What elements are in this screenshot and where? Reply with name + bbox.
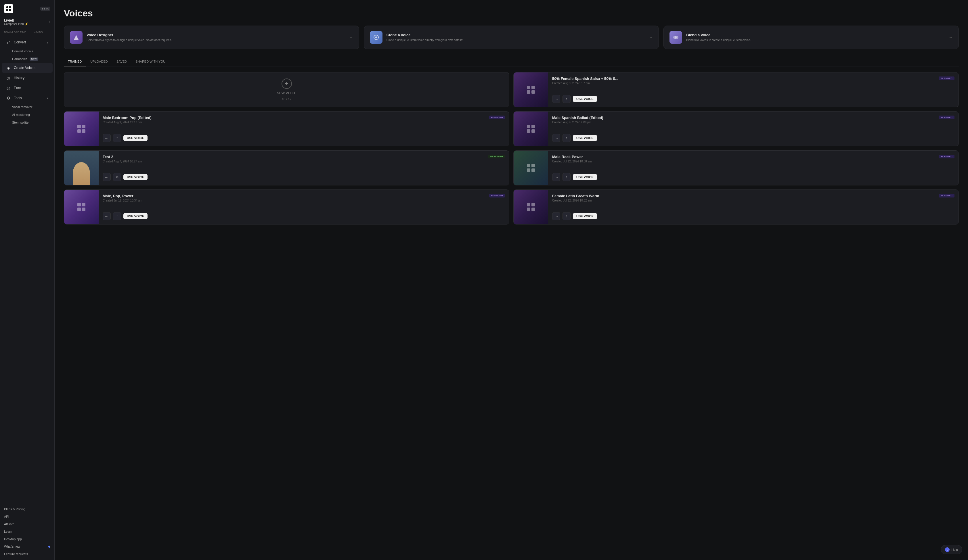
voice-thumb-placeholder-3 [514, 111, 548, 146]
sidebar-item-learn[interactable]: Learn [0, 528, 54, 535]
blend-voice-card-icon [670, 31, 682, 44]
sidebar-item-ai-mastering[interactable]: AI mastering [2, 111, 53, 118]
svg-rect-22 [532, 164, 535, 167]
new-voice-card[interactable]: + NEW VOICE 10 / 12 [64, 72, 509, 107]
voice-card-1[interactable]: 50% Female Spanish Salsa + 50% S... Crea… [513, 72, 959, 107]
sidebar-item-plans-pricing[interactable]: Plans & Pricing [0, 505, 54, 513]
voice-use-button-7[interactable]: USE VOICE [573, 213, 597, 219]
voice-dots-button-5[interactable]: ··· [552, 173, 560, 181]
voice-thumb-placeholder-7 [514, 190, 548, 224]
voice-use-button-5[interactable]: USE VOICE [573, 174, 597, 180]
voice-dots-button-1[interactable]: ··· [552, 95, 560, 103]
voice-use-button-1[interactable]: USE VOICE [573, 96, 597, 102]
voice-name-3: Male Spanish Ballad (Edited) [552, 116, 603, 120]
voice-dots-button-2[interactable]: ··· [103, 134, 111, 142]
tab-shared-with-you[interactable]: SHARED WITH YOU [131, 57, 169, 66]
discord-icon: D [945, 547, 950, 552]
svg-rect-21 [527, 164, 530, 167]
voice-badge-2: BLENDED [489, 116, 505, 119]
voice-top-5: Male Rock Power Created Jul 12, 2024 10:… [552, 155, 955, 163]
voice-name-date-7: Female Latin Breath Warm Created Jul 12,… [552, 194, 599, 202]
svg-rect-12 [532, 90, 535, 94]
help-button[interactable]: D Help [941, 545, 962, 554]
blend-voice-card[interactable]: Blend a voice Blend two voices to create… [663, 26, 959, 49]
user-section[interactable]: LivieB Composer Plan ⚡ › [0, 16, 54, 29]
sidebar-item-earn[interactable]: ◎ Earn [2, 83, 53, 93]
svg-rect-24 [532, 169, 535, 172]
voice-designer-title: Voice Designer [86, 33, 345, 37]
voice-share-button-2[interactable]: ↑ [113, 134, 121, 142]
voice-name-date-3: Male Spanish Ballad (Edited) Created Aug… [552, 116, 603, 124]
sidebar-item-api[interactable]: API [0, 513, 54, 520]
voice-copy-button-4[interactable]: ⧉ [113, 173, 121, 181]
voice-dots-button-3[interactable]: ··· [552, 134, 560, 142]
svg-point-6 [375, 36, 377, 38]
svg-rect-0 [6, 6, 8, 8]
voice-date-4: Created Aug 7, 2024 10:27 am [103, 160, 142, 163]
sidebar-item-create-voices[interactable]: ◈ Create Voices [2, 63, 53, 73]
sidebar-item-vocal-remover[interactable]: Vocal remover [2, 103, 53, 111]
ai-mastering-label: AI mastering [12, 113, 30, 116]
sidebar-item-convert[interactable]: ⇄ Convert ∨ [2, 37, 53, 47]
voice-card-3[interactable]: Male Spanish Ballad (Edited) Created Aug… [513, 111, 959, 146]
voice-card-5[interactable]: Male Rock Power Created Jul 12, 2024 10:… [513, 150, 959, 186]
voice-share-button-5[interactable]: ↑ [562, 173, 570, 181]
svg-rect-3 [9, 9, 11, 11]
sidebar-item-whats-new[interactable]: What's new [0, 543, 54, 550]
user-plan: Composer Plan ⚡ [4, 22, 28, 26]
voice-name-date-6: Male, Pop, Power Created Jul 12, 2024 10… [103, 194, 142, 202]
clone-voice-title: Clone a voice [386, 33, 645, 37]
blend-voice-card-text: Blend a voice Blend two voices to create… [686, 33, 945, 42]
affiliate-label: Affiliate [4, 522, 14, 526]
voice-card-6[interactable]: Male, Pop, Power Created Jul 12, 2024 10… [64, 189, 509, 225]
sidebar-item-history[interactable]: ◷ History [2, 73, 53, 83]
voice-share-button-6[interactable]: ↑ [113, 212, 121, 220]
sidebar-item-desktop-app[interactable]: Desktop app [0, 535, 54, 543]
voice-dots-button-7[interactable]: ··· [552, 212, 560, 220]
sidebar-bottom: Plans & Pricing API Affiliate Learn Desk… [0, 503, 54, 560]
voice-use-button-6[interactable]: USE VOICE [123, 213, 148, 219]
voice-card-4[interactable]: Test 2 Created Aug 7, 2024 10:27 am DESI… [64, 150, 509, 186]
voice-date-1: Created Aug 9, 2024 1:37 pm [552, 82, 618, 85]
voice-info-3: Male Spanish Ballad (Edited) Created Aug… [548, 111, 958, 146]
svg-rect-30 [532, 203, 535, 206]
clone-voice-card[interactable]: Clone a voice Clone a unique, custom voi… [364, 26, 659, 49]
tab-trained[interactable]: TRAINED [64, 57, 86, 66]
svg-point-8 [675, 36, 678, 39]
tab-uploaded[interactable]: UPLOADED [86, 57, 112, 66]
user-chevron-icon[interactable]: › [49, 20, 50, 24]
plans-pricing-label: Plans & Pricing [4, 507, 26, 511]
voice-thumb-3 [514, 111, 548, 146]
svg-rect-9 [527, 86, 530, 89]
sidebar-item-affiliate[interactable]: Affiliate [0, 520, 54, 528]
voice-share-button-7[interactable]: ↑ [562, 212, 570, 220]
voice-share-button-1[interactable]: ↑ [562, 95, 570, 103]
sidebar-item-tools[interactable]: ⚙ Tools ∨ [2, 93, 53, 103]
plan-lightning-icon: ⚡ [25, 22, 28, 26]
sidebar-item-convert-vocals[interactable]: Convert vocals [2, 47, 53, 55]
voice-use-button-2[interactable]: USE VOICE [123, 135, 148, 141]
learn-label: Learn [4, 530, 12, 533]
sidebar-item-harmonies[interactable]: Harmonies NEW [2, 55, 53, 63]
tab-saved[interactable]: SAVED [113, 57, 131, 66]
create-voices-icon: ◈ [6, 66, 11, 70]
svg-rect-25 [77, 203, 81, 206]
voice-designer-card[interactable]: Voice Designer Select traits & styles to… [64, 26, 359, 49]
voice-name-5: Male Rock Power [552, 155, 592, 159]
voice-share-button-3[interactable]: ↑ [562, 134, 570, 142]
voice-dots-button-6[interactable]: ··· [103, 212, 111, 220]
sidebar-item-stem-splitter[interactable]: Stem splitter [2, 119, 53, 126]
new-voice-label: NEW VOICE [277, 91, 297, 95]
voice-badge-6: BLENDED [489, 194, 505, 197]
voice-use-button-3[interactable]: USE VOICE [573, 135, 597, 141]
voice-use-button-4[interactable]: USE VOICE [123, 174, 148, 180]
clone-voice-desc: Clone a unique, custom voice directly fr… [386, 38, 645, 42]
blend-voice-title: Blend a voice [686, 33, 945, 37]
voice-dots-button-4[interactable]: ··· [103, 173, 111, 181]
sidebar-item-feature-requests[interactable]: Feature requests [0, 550, 54, 558]
voice-card-7[interactable]: Female Latin Breath Warm Created Jul 12,… [513, 189, 959, 225]
convert-vocals-label: Convert vocals [12, 50, 33, 53]
svg-rect-26 [82, 203, 85, 206]
app-logo[interactable] [4, 4, 13, 13]
voice-card-2[interactable]: Male Bedroom Pop (Edited) Created Aug 9,… [64, 111, 509, 146]
